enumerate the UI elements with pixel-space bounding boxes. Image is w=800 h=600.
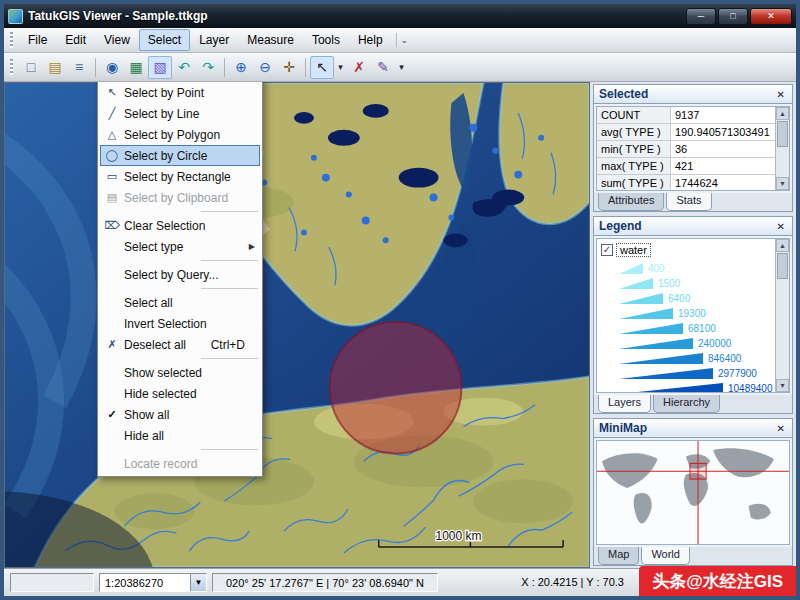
coordinates-box: 020° 25' 17.2767" E | 70° 23' 08.6940" N (212, 573, 438, 592)
menu-tools[interactable]: Tools (303, 29, 349, 51)
scroll-down-icon[interactable]: ▼ (776, 379, 789, 392)
close-icon[interactable]: ✕ (775, 423, 787, 434)
scrollbar[interactable]: ▲ ▼ (775, 107, 789, 190)
map-area[interactable]: 1000 km ⌖ Localize (4, 82, 590, 568)
scroll-up-icon[interactable]: ▲ (776, 107, 789, 120)
next-view-icon[interactable]: ↷ (196, 56, 220, 79)
toolbar-grip[interactable] (10, 59, 13, 75)
selected-panel: Selected ✕ COUNT 9137 avg( TYPE ) (593, 84, 793, 212)
menu-item-select-by-query[interactable]: Select by Query... (100, 264, 260, 285)
menubar-overflow-chevron-icon[interactable]: ⌄ (396, 33, 413, 47)
legend-color-wedge (619, 278, 653, 289)
minimap-panel-title: MiniMap (599, 421, 647, 435)
tab-attributes[interactable]: Attributes (598, 193, 664, 211)
menu-item-select-all[interactable]: Select all (100, 292, 260, 313)
menu-item-select-type[interactable]: Select type ▶ (100, 236, 260, 257)
menu-item-select-by-point[interactable]: ↖ Select by Point (100, 82, 260, 103)
legend-class-row: 1500 (599, 274, 773, 289)
legend-layer-row[interactable]: ✓ water (599, 241, 773, 259)
zoom-to-layer-icon[interactable]: ▦ (124, 56, 148, 79)
cursor-position: X : 20.4215 | Y : 70.3 (521, 576, 624, 588)
layer-checkbox[interactable]: ✓ (601, 244, 613, 256)
legend-color-wedge (619, 368, 713, 379)
menu-select[interactable]: Select (139, 29, 190, 51)
menu-item-select-by-polygon[interactable]: △ Select by Polygon (100, 124, 260, 145)
tab-map[interactable]: Map (598, 547, 639, 565)
legend-class-row: 68100 (599, 319, 773, 334)
menu-item-hide-selected[interactable]: Hide selected (100, 383, 260, 404)
menu-layer[interactable]: Layer (190, 29, 238, 51)
menubar-grip[interactable] (10, 32, 13, 48)
legend-class-value: 1500 (658, 278, 680, 289)
close-icon[interactable]: ✕ (775, 89, 787, 100)
minimap-canvas[interactable] (597, 441, 789, 544)
minimize-button[interactable]: ─ (686, 8, 716, 25)
menu-file[interactable]: File (19, 29, 56, 51)
open-file-icon[interactable]: ▤ (43, 56, 67, 79)
scroll-up-icon[interactable]: ▲ (776, 239, 789, 252)
app-icon (8, 9, 23, 24)
pointer-menu-arrow-icon[interactable]: ▾ (334, 56, 347, 79)
menu-item-label: Select by Clipboard (124, 191, 237, 205)
stats-row: min( TYPE ) 36 (597, 141, 775, 158)
legend-color-wedge (619, 293, 663, 304)
selection-circle[interactable] (330, 322, 462, 453)
full-extent-icon[interactable]: ◉ (100, 56, 124, 79)
scale-combo[interactable]: 1:20386270 ▼ (99, 573, 207, 592)
layer-name[interactable]: water (617, 244, 650, 256)
tab-hierarchy[interactable]: Hierarchy (653, 395, 720, 413)
title-bar[interactable]: TatukGIS Viewer - Sample.ttkgp ─ □ ✕ (4, 4, 796, 28)
menu-item-label: Select by Polygon (124, 128, 237, 142)
menu-item-deselect-all[interactable]: ✗ Deselect all Ctrl+D (100, 334, 260, 355)
legend-class-value: 400 (648, 263, 665, 274)
edit-draw-icon[interactable]: ✎ (371, 56, 395, 79)
stat-value: 36 (671, 143, 691, 155)
new-file-icon[interactable]: □ (19, 56, 43, 79)
select-menu-popup: ⌖ Localize ↖ Select by P (97, 82, 263, 477)
maximize-button[interactable]: □ (718, 8, 748, 25)
menu-item-show-selected[interactable]: Show selected (100, 362, 260, 383)
menu-measure[interactable]: Measure (238, 29, 303, 51)
menu-item-invert-selection[interactable]: Invert Selection (100, 313, 260, 334)
deselect-tool-icon[interactable]: ✗ (347, 56, 371, 79)
menu-help[interactable]: Help (349, 29, 392, 51)
tab-layers[interactable]: Layers (598, 395, 651, 413)
stat-label: avg( TYPE ) (597, 124, 671, 140)
stat-value: 421 (671, 160, 697, 172)
menu-item-label: Select by Query... (124, 268, 237, 282)
menu-item-select-by-line[interactable]: ╱ Select by Line (100, 103, 260, 124)
menu-item-label: Show selected (124, 366, 237, 380)
tab-world[interactable]: World (641, 547, 690, 565)
scrollbar[interactable]: ▲ ▼ (775, 239, 789, 392)
menu-edit[interactable]: Edit (56, 29, 95, 51)
scroll-thumb[interactable] (777, 121, 788, 147)
menu-item-show-all[interactable]: ✓ Show all (100, 404, 260, 425)
menu-item-clear-selection[interactable]: ⌦ Clear Selection (100, 215, 260, 236)
menu-item-icon: ✗ (100, 338, 124, 351)
map-canvas[interactable]: 1000 km (5, 83, 589, 567)
menu-view[interactable]: View (95, 29, 139, 51)
menu-item-icon: ▤ (100, 191, 124, 204)
previous-view-icon[interactable]: ↶ (172, 56, 196, 79)
legend-class-value: 68100 (688, 323, 716, 334)
layer-list-icon[interactable]: ≡ (67, 56, 91, 79)
dropdown-arrow-icon[interactable]: ▼ (190, 574, 206, 591)
menu-item-label: Select type (124, 240, 237, 254)
app-window: TatukGIS Viewer - Sample.ttkgp ─ □ ✕ Fil… (0, 0, 800, 600)
menu-item-hide-all[interactable]: Hide all (100, 425, 260, 446)
close-icon[interactable]: ✕ (775, 221, 787, 232)
tab-stats[interactable]: Stats (666, 193, 711, 211)
menu-item-select-by-rectangle[interactable]: ▭ Select by Rectangle (100, 166, 260, 187)
menu-item-select-by-circle[interactable]: ◯ Select by Circle (100, 145, 260, 166)
scroll-thumb[interactable] (777, 253, 788, 279)
scroll-down-icon[interactable]: ▼ (776, 177, 789, 190)
pan-icon[interactable]: ✛ (277, 56, 301, 79)
menu-item-label: Clear Selection (124, 219, 237, 233)
tool-options-arrow-icon[interactable]: ▾ (395, 56, 408, 79)
menu-item-icon: △ (100, 128, 124, 141)
pointer-select-icon[interactable]: ↖ (310, 56, 334, 79)
close-button[interactable]: ✕ (750, 8, 792, 25)
zoom-out-icon[interactable]: ⊖ (253, 56, 277, 79)
zoom-in-icon[interactable]: ⊕ (229, 56, 253, 79)
select-shape-icon[interactable]: ▧ (148, 56, 172, 79)
